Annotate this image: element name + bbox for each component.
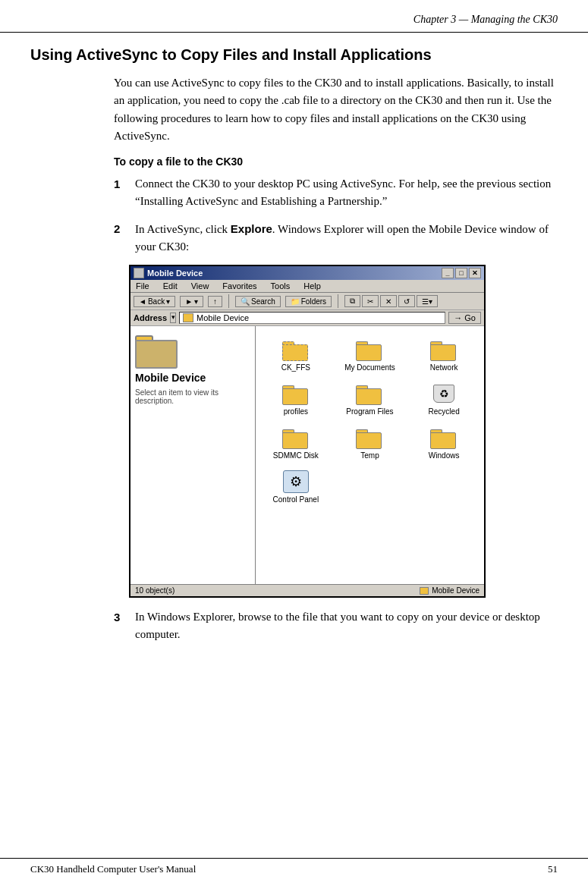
step-text-3: In Windows Explorer, browse to the file …: [135, 608, 558, 644]
folder-mydocs-label: My Documents: [344, 363, 395, 372]
up-button[interactable]: ↑: [208, 296, 222, 307]
intro-paragraph: You can use ActiveSync to copy files to …: [114, 74, 558, 145]
maximize-button[interactable]: □: [455, 268, 467, 278]
forward-button[interactable]: ► ▾: [180, 296, 203, 307]
small-folder-ck-ffs-icon: [282, 338, 310, 361]
views-button[interactable]: ☰▾: [417, 295, 438, 307]
search-icon: 🔍: [241, 297, 250, 306]
address-folder-icon: [183, 313, 193, 322]
folder-ck-ffs[interactable]: CK_FFS: [262, 334, 330, 375]
address-dropdown-btn[interactable]: ▾: [170, 313, 176, 323]
main-content: Using ActiveSync to Copy Files and Insta…: [0, 46, 588, 644]
delete-button[interactable]: ✕: [380, 295, 397, 307]
step-3: 3 In Windows Explorer, browse to the fil…: [114, 608, 558, 644]
status-device: Mobile Device: [432, 586, 480, 595]
folder-profiles[interactable]: profiles: [262, 378, 330, 419]
copy-button[interactable]: ⧉: [344, 295, 360, 307]
go-label: Go: [464, 313, 476, 322]
menu-help[interactable]: Help: [301, 281, 323, 291]
folder-control-panel[interactable]: ⚙ Control Panel: [262, 466, 330, 507]
explorer-left-pane: Mobile Device Select an item to view its…: [130, 326, 256, 584]
back-dropdown-icon: ▾: [166, 297, 170, 306]
folder-my-documents[interactable]: My Documents: [335, 334, 404, 375]
step-number-2: 2: [114, 220, 132, 256]
step-1: 1 Connect the CK30 to your desktop PC us…: [114, 175, 558, 211]
chapter-header-text: Chapter 3 — Managing the CK30: [413, 14, 558, 25]
explorer-toolbar: ◄ Back ▾ ► ▾ ↑ 🔍 Search 📁 Folders: [130, 293, 484, 310]
status-text: 10 object(s): [135, 586, 175, 595]
explorer-titlebar: Mobile Device _ □ ✕: [130, 266, 484, 280]
search-button[interactable]: 🔍 Search: [235, 296, 281, 307]
menu-edit[interactable]: Edit: [161, 281, 180, 291]
toolbar-sep-1: [228, 294, 229, 308]
folder-windows[interactable]: Windows: [410, 422, 478, 463]
window-icon: [134, 268, 144, 278]
menu-view[interactable]: View: [189, 281, 212, 291]
forward-dropdown-icon: ▾: [194, 297, 198, 306]
folder-temp[interactable]: Temp: [335, 422, 404, 463]
left-pane-title: Mobile Device: [135, 372, 250, 384]
close-button[interactable]: ✕: [469, 268, 481, 278]
folder-sdmmc[interactable]: SDMMC Disk: [262, 422, 330, 463]
small-folder-temp-icon: [356, 426, 383, 449]
search-label: Search: [251, 297, 275, 306]
menu-file[interactable]: File: [134, 281, 152, 291]
titlebar-controls[interactable]: _ □ ✕: [442, 268, 481, 278]
big-folder-overlay: [135, 340, 178, 369]
subheading: To copy a file to the CK30: [114, 155, 558, 168]
small-folder-profiles-icon: [282, 382, 310, 405]
back-button[interactable]: ◄ Back ▾: [134, 296, 175, 307]
recycle-icon: ♻: [431, 382, 457, 405]
undo-button[interactable]: ↺: [398, 295, 415, 307]
folder-recycled[interactable]: ♻ Recycled: [410, 378, 478, 419]
step2-bold: Explore: [231, 222, 272, 235]
folder-windows-label: Windows: [429, 451, 460, 460]
folders-button[interactable]: 📁 Folders: [285, 296, 332, 307]
control-panel-icon: ⚙: [283, 470, 309, 493]
recycle-body: ♻: [433, 385, 454, 403]
folder-control-panel-label: Control Panel: [273, 495, 319, 504]
folder-recycled-label: Recycled: [429, 407, 460, 416]
minimize-button[interactable]: _: [442, 268, 454, 278]
folder-sdmmc-label: SDMMC Disk: [273, 451, 319, 460]
cut-button[interactable]: ✂: [362, 295, 379, 307]
folder-network-label: Network: [430, 363, 458, 372]
explorer-right-pane: CK_FFS My Documents Network: [256, 326, 484, 584]
go-button[interactable]: → Go: [448, 312, 481, 324]
folder-ck-ffs-label: CK_FFS: [281, 363, 310, 372]
step-2: 2 In ActiveSync, click Explore. Windows …: [114, 220, 558, 256]
status-right: Mobile Device: [420, 586, 480, 595]
forward-arrow-icon: ►: [185, 297, 193, 306]
folder-program-files[interactable]: Program Files: [335, 378, 404, 419]
folder-progfiles-label: Program Files: [346, 407, 393, 416]
folder-profiles-label: profiles: [284, 407, 308, 416]
step-text-2: In ActiveSync, click Explore. Windows Ex…: [135, 220, 558, 256]
page-header: Chapter 3 — Managing the CK30: [0, 0, 588, 33]
menu-tools[interactable]: Tools: [269, 281, 293, 291]
address-value: Mobile Device: [197, 313, 249, 322]
step2-before: In ActiveSync, click: [135, 223, 231, 235]
left-pane-desc: Select an item to view its description.: [135, 388, 250, 405]
big-folder-icon: [135, 331, 181, 369]
folders-label: Folders: [301, 297, 326, 306]
step-text-1: Connect the CK30 to your desktop PC usin…: [135, 175, 558, 211]
window-title: Mobile Device: [147, 269, 203, 278]
explorer-statusbar: 10 object(s) Mobile Device: [130, 584, 484, 596]
status-folder-icon: [420, 587, 429, 595]
small-folder-network-icon: [430, 338, 458, 361]
small-folder-progfiles-icon: [356, 382, 383, 405]
titlebar-left: Mobile Device: [134, 268, 203, 278]
menu-favorites[interactable]: Favorites: [220, 281, 259, 291]
up-icon: ↑: [213, 297, 217, 306]
folder-network[interactable]: Network: [410, 334, 478, 375]
explorer-menubar: File Edit View Favorites Tools Help: [130, 280, 484, 293]
address-bar[interactable]: Mobile Device: [179, 312, 445, 324]
address-label: Address: [134, 313, 167, 322]
small-folder-mydocs-icon: [356, 338, 383, 361]
small-folder-sdmmc-icon: [282, 426, 310, 449]
explorer-address: Address ▾ Mobile Device → Go: [130, 310, 484, 326]
small-folder-windows-icon: [430, 426, 458, 449]
page-footer: CK30 Handheld Computer User's Manual 51: [0, 858, 588, 875]
step-number-1: 1: [114, 175, 132, 211]
back-label: Back: [148, 297, 165, 306]
